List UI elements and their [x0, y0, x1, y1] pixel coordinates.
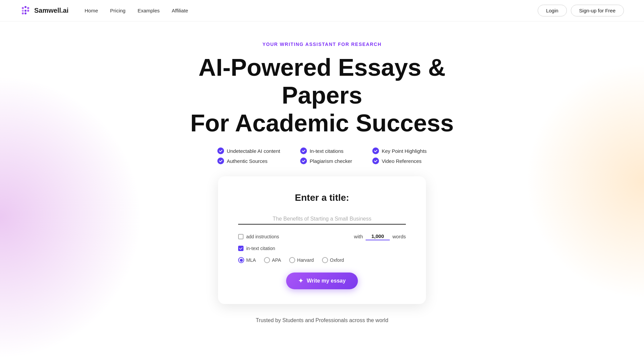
add-instructions-checkbox[interactable] [238, 234, 244, 239]
write-essay-button[interactable]: ✦ Write my essay [286, 273, 358, 289]
feature-authentic: Authentic Sources [217, 158, 280, 164]
sparkle-icon: ✦ [298, 277, 303, 285]
citation-style-group: MLA APA Harvard Oxford [238, 257, 406, 263]
features-grid: Undetectable AI content In-text citation… [217, 147, 427, 164]
svg-point-4 [22, 10, 24, 12]
trusted-text: Trusted by Students and Professionals ac… [256, 317, 388, 323]
login-button[interactable]: Login [538, 5, 567, 16]
nav-home[interactable]: Home [85, 8, 98, 13]
check-icon-undetectable [217, 147, 224, 154]
radio-mla-inner [240, 259, 243, 262]
nav-affiliate[interactable]: Affiliate [172, 8, 188, 13]
hero-section: YOUR WRITING ASSISTANT FOR RESEARCH AI-P… [0, 21, 644, 323]
radio-oxford[interactable]: Oxford [322, 257, 344, 263]
radio-apa[interactable]: APA [264, 257, 281, 263]
words-row: with words [354, 233, 406, 240]
svg-point-3 [27, 7, 29, 9]
svg-point-6 [27, 10, 29, 12]
check-icon-video [372, 158, 379, 164]
feature-in-text: In-text citations [300, 147, 352, 154]
in-text-citation-checkbox[interactable] [238, 246, 244, 251]
check-icon-keypoint [372, 147, 379, 154]
radio-mla[interactable]: MLA [238, 257, 256, 263]
svg-point-1 [22, 7, 24, 9]
nav-pricing[interactable]: Pricing [110, 8, 125, 13]
card-title: Enter a title: [295, 192, 349, 203]
svg-point-7 [22, 12, 24, 14]
words-input[interactable] [366, 233, 390, 240]
signup-button[interactable]: Sign-up for Free [571, 5, 624, 16]
feature-undetectable: Undetectable AI content [217, 147, 280, 154]
title-input[interactable] [238, 214, 406, 225]
nav-examples[interactable]: Examples [138, 8, 160, 13]
feature-key-point: Key Point Highlights [372, 147, 427, 154]
navbar-right: Login Sign-up for Free [538, 5, 624, 16]
citation-row: in-text citation [238, 246, 406, 251]
logo-text: Samwell.ai [34, 7, 68, 14]
hero-title: AI-Powered Essays & Papers For Academic … [171, 54, 473, 137]
radio-mla-outer[interactable] [238, 257, 244, 263]
in-text-citation-label[interactable]: in-text citation [238, 246, 275, 251]
navbar-left: Samwell.ai Home Pricing Examples Affilia… [20, 5, 188, 16]
check-icon-plagiarism [300, 158, 307, 164]
svg-point-8 [24, 12, 26, 14]
radio-oxford-outer[interactable] [322, 257, 328, 263]
radio-harvard-outer[interactable] [289, 257, 295, 263]
feature-video: Video References [372, 158, 427, 164]
options-row: add instructions with words [238, 233, 406, 240]
navbar: Samwell.ai Home Pricing Examples Affilia… [0, 0, 644, 21]
check-icon-intext [300, 147, 307, 154]
logo[interactable]: Samwell.ai [20, 5, 68, 16]
feature-plagiarism: Plagiarism checker [300, 158, 352, 164]
check-icon-authentic [217, 158, 224, 164]
add-instructions-label[interactable]: add instructions [238, 234, 279, 239]
hero-tagline: YOUR WRITING ASSISTANT FOR RESEARCH [262, 42, 381, 47]
radio-harvard[interactable]: Harvard [289, 257, 314, 263]
logo-icon [20, 5, 31, 16]
svg-point-5 [24, 10, 26, 12]
title-input-wrapper [238, 214, 406, 225]
nav-links: Home Pricing Examples Affiliate [85, 8, 188, 13]
radio-apa-outer[interactable] [264, 257, 270, 263]
svg-point-2 [24, 6, 26, 8]
essay-form-card: Enter a title: add instructions with wor… [218, 176, 426, 304]
